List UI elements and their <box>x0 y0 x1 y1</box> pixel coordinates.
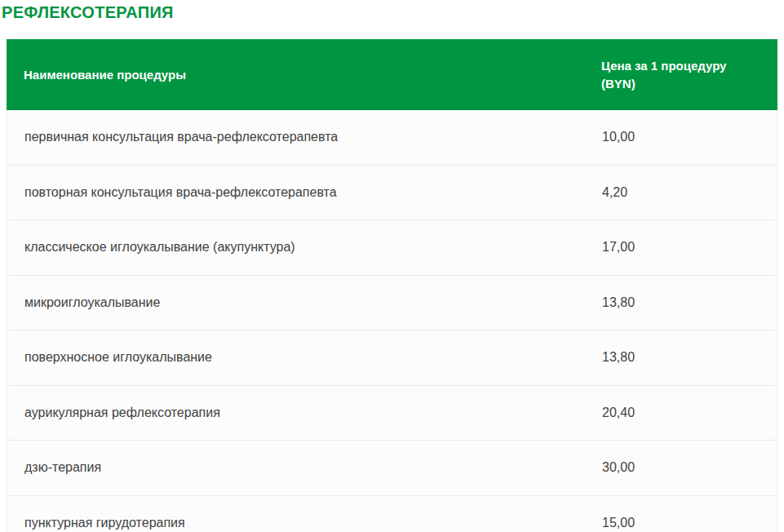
procedure-name-cell: аурикулярная рефлексотерапия <box>7 405 585 421</box>
table-row: повторная консультация врача-рефлексотер… <box>7 166 777 221</box>
procedure-price-cell: 4,20 <box>585 184 777 201</box>
procedure-price-cell: 13,80 <box>585 295 777 311</box>
table-header-row: Наименование процедуры Цена за 1 процеду… <box>7 39 777 110</box>
procedure-name-cell: микроиглоукалывание <box>7 295 585 311</box>
table-row: классическое иглоукалывание (акупунктура… <box>7 220 777 276</box>
column-header-procedure: Наименование процедуры <box>7 66 584 84</box>
column-header-price: Цена за 1 процедуру (BYN) <box>584 57 777 93</box>
procedure-name-cell: дзю-терапия <box>7 459 585 476</box>
table-body: первичная консультация врача-рефлексотер… <box>7 110 777 532</box>
table-row: поверхносное иглоукалывание 13,80 <box>7 330 777 386</box>
table-row: аурикулярная рефлексотерапия 20,40 <box>7 386 777 441</box>
table-row: пунктурная гирудотерапия 15,00 <box>7 496 777 532</box>
page-title: РЕФЛЕКСОТЕРАПИЯ <box>2 3 174 22</box>
table-row: микроиглоукалывание 13,80 <box>7 276 777 331</box>
procedure-name-cell: поверхносное иглоукалывание <box>7 349 585 366</box>
procedure-price-cell: 13,80 <box>585 349 777 366</box>
procedure-price-cell: 20,40 <box>585 405 777 421</box>
procedure-price-cell: 17,00 <box>585 239 777 255</box>
price-table: Наименование процедуры Цена за 1 процеду… <box>7 39 777 532</box>
procedure-price-cell: 15,00 <box>585 515 777 531</box>
procedure-name-cell: повторная консультация врача-рефлексотер… <box>7 184 585 201</box>
procedure-name-cell: классическое иглоукалывание (акупунктура… <box>7 239 585 255</box>
procedure-price-cell: 10,00 <box>585 129 777 145</box>
procedure-name-cell: пунктурная гирудотерапия <box>7 515 585 531</box>
table-row: первичная консультация врача-рефлексотер… <box>7 110 777 166</box>
table-row: дзю-терапия 30,00 <box>7 441 777 496</box>
procedure-price-cell: 30,00 <box>585 459 777 476</box>
procedure-name-cell: первичная консультация врача-рефлексотер… <box>7 129 585 145</box>
